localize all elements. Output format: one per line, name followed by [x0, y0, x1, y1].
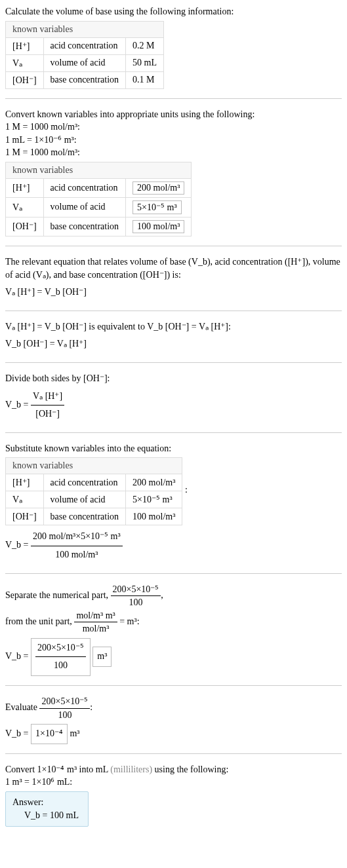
val-cell: 100 mol/m³ [126, 217, 192, 236]
sym-cell: Vₐ [6, 197, 44, 217]
comma: , [161, 590, 163, 600]
eq-unit: m³ [68, 728, 80, 738]
table-row: [OH⁻] base concentration 100 mol/m³ [6, 508, 182, 525]
eval-colon: : [90, 702, 92, 712]
conv-final-1c: using the following: [152, 764, 228, 774]
answer-value: V_b = 100 mL [12, 810, 79, 821]
fraction: 200×5×10⁻⁵100 [35, 639, 86, 675]
val-cell: 5×10⁻⁵ m³ [126, 491, 182, 508]
fraction: 200×5×10⁻⁵100 [111, 583, 161, 609]
numerator: 200×5×10⁻⁵ [35, 639, 86, 658]
table-header: known variables [6, 162, 192, 178]
desc-cell: volume of acid [43, 491, 126, 508]
unit-eq-text: = m³: [117, 616, 140, 626]
boxed-fraction: 200×5×10⁻⁵100 [31, 638, 91, 676]
numerator: 200 mol/m³×5×10⁻⁵ m³ [31, 528, 123, 546]
val-cell: 200 mol/m³ [126, 178, 192, 197]
evaluate-text: Evaluate 200×5×10⁻⁵100: [5, 695, 342, 721]
numerator: 200×5×10⁻⁵ [111, 583, 161, 597]
denominator: mol/m³ [74, 622, 117, 635]
trailing-colon: : [185, 485, 188, 495]
conv-final-1: Convert 1×10⁻⁴ m³ into mL [5, 764, 110, 774]
conv-line: 1 M = 1000 mol/m³: [5, 146, 342, 159]
val-cell: 200 mol/m³ [126, 474, 182, 491]
sym-cell: [H⁺] [6, 178, 44, 197]
val-cell: 0.1 M [126, 71, 164, 88]
desc-cell: acid concentration [43, 474, 126, 491]
sym-cell: [OH⁻] [6, 508, 44, 525]
answer-label: Answer: [12, 797, 79, 808]
final-convert-text: Convert 1×10⁻⁴ m³ into mL (milliliters) … [5, 763, 342, 776]
val-cell: 100 mol/m³ [126, 508, 182, 525]
denominator: 100 mol/m³ [31, 546, 123, 564]
boxed-unit: m³ [92, 647, 112, 667]
divide-text: Divide both sides by [OH⁻]: [5, 372, 342, 385]
table-row: [OH⁻] base concentration 100 mol/m³ [6, 217, 192, 236]
separate-eq: V_b = 200×5×10⁻⁵100 m³ [5, 638, 342, 676]
substitute-text: Substitute known variables into the equa… [5, 442, 342, 455]
fraction: 200 mol/m³×5×10⁻⁵ m³100 mol/m³ [31, 528, 123, 563]
intro-text: Calculate the volume of base using the f… [5, 5, 342, 18]
sym-cell: Vₐ [6, 491, 44, 508]
sym-cell: [H⁺] [6, 474, 44, 491]
sym-cell: [OH⁻] [6, 71, 44, 88]
table-row: [H⁺] acid concentration 0.2 M [6, 37, 164, 54]
table-row: Vₐ volume of acid 50 mL [6, 54, 164, 71]
val-cell: 5×10⁻⁵ m³ [126, 197, 192, 217]
known-vars-table-1: known variables [H⁺] acid concentration … [5, 21, 164, 89]
denominator: [OH⁻] [31, 406, 64, 423]
equiv-eq: V_b [OH⁻] = Vₐ [H⁺] [5, 335, 342, 353]
fraction: mol/m³ m³mol/m³ [74, 609, 117, 635]
eq-lhs: V_b = [5, 540, 31, 550]
known-vars-table-3: known variables [H⁺] acid concentration … [5, 457, 182, 525]
substitute-eq: V_b = 200 mol/m³×5×10⁻⁵ m³100 mol/m³ [5, 528, 342, 563]
evaluate-eq: V_b = 1×10⁻⁴ m³ [5, 724, 342, 744]
val-cell: 0.2 M [126, 37, 164, 54]
boxed-value: 5×10⁻⁵ m³ [133, 200, 181, 214]
eval-text: Evaluate [5, 702, 39, 712]
boxed-value: 1×10⁻⁴ [31, 724, 68, 744]
relevant-eq-text: The relevant equation that relates volum… [5, 255, 342, 281]
desc-cell: acid concentration [43, 178, 126, 197]
sep-text-2: from the unit part, [5, 616, 74, 626]
denominator: 100 [111, 596, 161, 609]
conv-line: 1 mL = 1×10⁻⁶ m³: [5, 134, 342, 147]
convert-intro: Convert known variables into appropriate… [5, 108, 342, 121]
numerator: mol/m³ m³ [74, 609, 117, 623]
numerator: Vₐ [H⁺] [31, 388, 64, 406]
fraction: 200×5×10⁻⁵100 [39, 695, 90, 721]
separate-text: Separate the numerical part, 200×5×10⁻⁵1… [5, 583, 342, 635]
table-row: [OH⁻] base concentration 0.1 M [6, 71, 164, 88]
final-convert-line: 1 m³ = 1×10⁶ mL: [5, 776, 342, 789]
val-cell: 50 mL [126, 54, 164, 71]
sym-cell: Vₐ [6, 54, 44, 71]
divide-eq: V_b = Vₐ [H⁺][OH⁻] [5, 388, 342, 423]
table-row: Vₐ volume of acid 5×10⁻⁵ m³ [6, 491, 182, 508]
sep-text-1: Separate the numerical part, [5, 590, 111, 600]
eq-lhs: V_b = [5, 651, 31, 661]
relevant-eq: Vₐ [H⁺] = V_b [OH⁻] [5, 284, 342, 301]
desc-cell: base concentration [43, 508, 126, 525]
sym-cell: [OH⁻] [6, 217, 44, 236]
fraction: Vₐ [H⁺][OH⁻] [31, 388, 64, 423]
table-row: [H⁺] acid concentration 200 mol/m³ [6, 474, 182, 491]
table-row: Vₐ volume of acid 5×10⁻⁵ m³ [6, 197, 192, 217]
desc-cell: base concentration [43, 217, 126, 236]
known-vars-table-2: known variables [H⁺] acid concentration … [5, 162, 192, 236]
desc-cell: acid concentration [43, 37, 126, 54]
conv-line: 1 M = 1000 mol/m³: [5, 121, 342, 134]
table-row: [H⁺] acid concentration 200 mol/m³ [6, 178, 192, 197]
numerator: 200×5×10⁻⁵ [39, 695, 90, 709]
answer-box: Answer: V_b = 100 mL [5, 791, 89, 827]
desc-cell: volume of acid [43, 197, 126, 217]
desc-cell: volume of acid [43, 54, 126, 71]
desc-cell: base concentration [43, 71, 126, 88]
conv-final-1b: (milliliters) [110, 764, 152, 774]
eq-lhs: V_b = [5, 728, 31, 738]
eq-lhs: V_b = [5, 400, 31, 409]
denominator: 100 [35, 657, 86, 675]
sym-cell: [H⁺] [6, 37, 44, 54]
table-header: known variables [6, 458, 182, 474]
equiv-text: Vₐ [H⁺] = V_b [OH⁻] is equivalent to V_b… [5, 320, 342, 333]
table-header: known variables [6, 21, 164, 37]
